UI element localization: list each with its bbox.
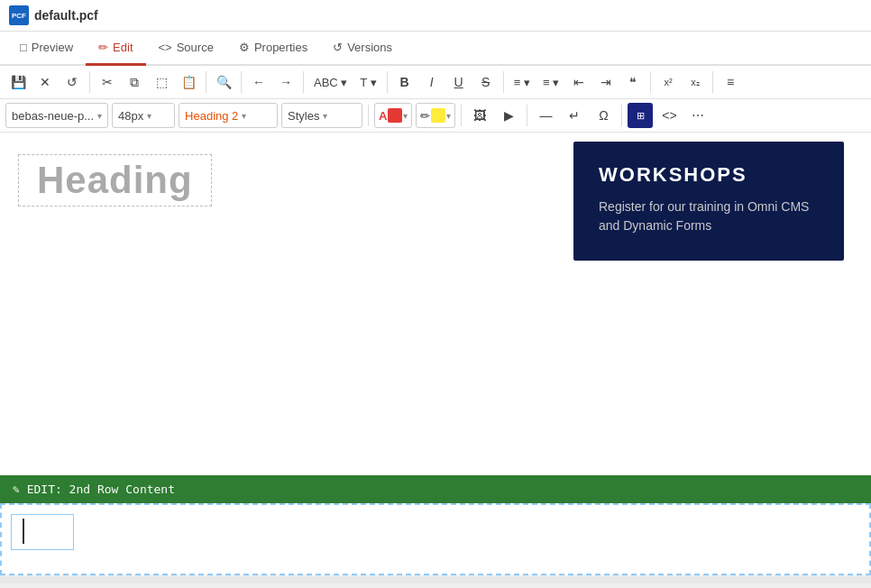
- divider-3: [241, 71, 242, 93]
- font-family-select[interactable]: bebas-neue-p... ▾: [5, 103, 108, 128]
- font-family-value: bebas-neue-p...: [12, 109, 94, 123]
- tab-properties[interactable]: ⚙ Properties: [226, 32, 320, 66]
- save-btn[interactable]: 💾: [5, 69, 31, 95]
- insert-media-btn[interactable]: ▶: [496, 103, 521, 128]
- text-color-icon: A: [379, 109, 387, 123]
- cut-btn[interactable]: ✂: [95, 69, 120, 95]
- bold-btn[interactable]: B: [392, 69, 417, 95]
- close-btn[interactable]: ✕: [32, 69, 58, 95]
- underline-btn[interactable]: U: [446, 69, 472, 95]
- highlight-icon: ✏: [420, 109, 430, 123]
- editing-area[interactable]: Heading WORKSHOPS Register for our train…: [0, 133, 871, 475]
- paste-special-btn[interactable]: 📋: [176, 69, 201, 95]
- tab-versions[interactable]: ↺ Versions: [320, 32, 405, 66]
- redo-btn[interactable]: →: [273, 69, 298, 95]
- tab-edit-label: Edit: [113, 41, 133, 54]
- tab-edit[interactable]: ✏ Edit: [86, 32, 145, 66]
- undo-btn[interactable]: ↺: [60, 69, 85, 95]
- insert-image-btn[interactable]: 🖼: [467, 103, 492, 128]
- highlight-color-group[interactable]: ✏ ▾: [416, 103, 455, 128]
- special-char-btn[interactable]: ↵: [562, 103, 587, 128]
- toolbar-row-1: 💾 ✕ ↺ ✂ ⧉ ⬚ 📋 🔍 ← → ABC ▾ T ▾ B I U S ≡ …: [0, 66, 871, 99]
- align-btn[interactable]: ≡: [718, 69, 743, 95]
- second-row-content[interactable]: [0, 503, 871, 575]
- toolbar-row-2: bebas-neue-p... ▾ 48px ▾ Heading 2 ▾ Sty…: [0, 99, 871, 133]
- divider-7: [650, 71, 651, 93]
- main-content: Heading WORKSHOPS Register for our train…: [0, 133, 871, 583]
- workshop-description: Register for our training in Omni CMS an…: [599, 198, 819, 235]
- superscript-btn[interactable]: x²: [656, 69, 681, 95]
- filename: default.pcf: [34, 8, 98, 23]
- workshop-card: WORKSHOPS Register for our training in O…: [573, 142, 844, 261]
- tab-versions-label: Versions: [347, 41, 392, 54]
- unordered-list-btn[interactable]: ≡ ▾: [509, 69, 536, 95]
- heading-value: Heading 2: [185, 109, 238, 123]
- source-icon: <>: [159, 41, 172, 54]
- blockquote-btn[interactable]: ❝: [620, 69, 646, 95]
- spellcheck-btn[interactable]: ABC ▾: [308, 69, 353, 95]
- tab-preview[interactable]: □ Preview: [7, 32, 86, 66]
- styles-value: Styles: [288, 109, 319, 123]
- edit-icon: ✏: [98, 41, 108, 54]
- divider-t2-4: [621, 105, 622, 126]
- format-btn[interactable]: T ▾: [354, 69, 381, 95]
- paste-btn[interactable]: ⬚: [149, 69, 174, 95]
- tab-source[interactable]: <> Source: [146, 32, 226, 66]
- divider-2: [206, 71, 206, 93]
- subscript-btn[interactable]: x₂: [683, 69, 708, 95]
- styles-chevron: ▾: [323, 111, 327, 121]
- divider-t2-1: [368, 105, 369, 126]
- divider-4: [303, 71, 304, 93]
- workshop-title: WORKSHOPS: [599, 163, 819, 187]
- font-size-select[interactable]: 48px ▾: [112, 103, 175, 128]
- text-color-chevron: ▾: [403, 111, 408, 121]
- text-color-group[interactable]: A ▾: [374, 103, 412, 128]
- divider-6: [503, 71, 504, 93]
- tab-properties-label: Properties: [254, 41, 307, 54]
- indent-btn[interactable]: ⇥: [593, 69, 619, 95]
- highlight-color-swatch: [431, 108, 445, 123]
- heading-chevron: ▾: [242, 111, 246, 121]
- title-bar: PCF default.pcf: [0, 0, 871, 32]
- font-family-chevron: ▾: [97, 111, 102, 121]
- properties-icon: ⚙: [239, 41, 250, 54]
- pcf-icon: PCF: [9, 5, 29, 25]
- divider-8: [712, 71, 713, 93]
- content-box[interactable]: [11, 514, 74, 550]
- divider-t2-2: [461, 105, 462, 126]
- text-color-swatch: [388, 108, 402, 123]
- heading-placeholder: Heading: [18, 154, 212, 207]
- omega-btn[interactable]: Ω: [591, 103, 616, 128]
- divider-1: [89, 71, 90, 93]
- styles-select[interactable]: Styles ▾: [281, 103, 362, 128]
- tab-bar: □ Preview ✏ Edit <> Source ⚙ Properties …: [0, 32, 871, 66]
- text-cursor: [23, 519, 24, 544]
- undo2-btn[interactable]: ←: [246, 69, 271, 95]
- edit-bar-label: ✎ EDIT: 2nd Row Content: [13, 482, 175, 496]
- more-btn[interactable]: ⋯: [685, 103, 711, 128]
- italic-btn[interactable]: I: [419, 69, 445, 95]
- divider-5: [387, 71, 388, 93]
- outdent-btn[interactable]: ⇤: [566, 69, 591, 95]
- tab-source-label: Source: [177, 41, 214, 54]
- divider-t2-3: [527, 105, 527, 126]
- show-blocks-btn[interactable]: ⊞: [628, 103, 653, 128]
- copy-btn[interactable]: ⧉: [122, 69, 147, 95]
- strikethrough-btn[interactable]: S: [473, 69, 499, 95]
- tab-preview-label: Preview: [32, 41, 73, 54]
- preview-icon: □: [20, 41, 27, 54]
- font-size-chevron: ▾: [147, 111, 151, 121]
- highlight-chevron: ▾: [446, 111, 451, 121]
- font-size-value: 48px: [118, 109, 143, 123]
- heading-select[interactable]: Heading 2 ▾: [179, 103, 278, 128]
- horizontal-rule-btn[interactable]: —: [533, 103, 558, 128]
- source-code-btn[interactable]: <>: [656, 103, 682, 128]
- versions-icon: ↺: [333, 41, 343, 54]
- ordered-list-btn[interactable]: ≡ ▾: [537, 69, 564, 95]
- search-btn[interactable]: 🔍: [211, 69, 236, 95]
- edit-bar: ✎ EDIT: 2nd Row Content: [0, 475, 871, 503]
